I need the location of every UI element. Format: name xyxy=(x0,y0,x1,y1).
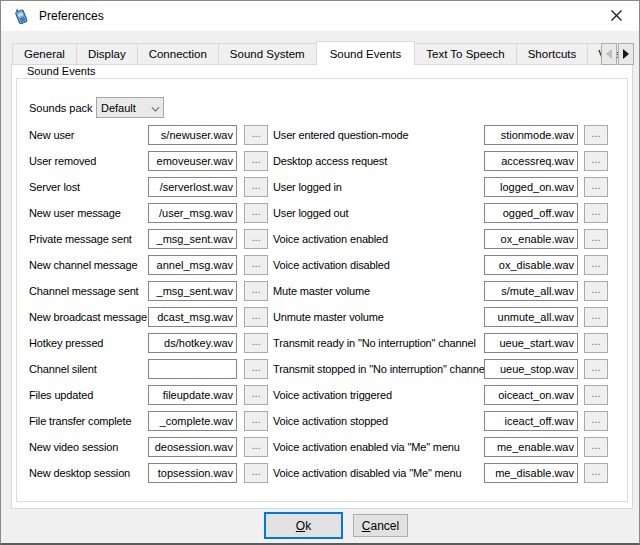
browse-button[interactable]: ... xyxy=(584,229,608,249)
event-label: New user xyxy=(29,125,74,145)
browse-button[interactable]: ... xyxy=(584,281,608,301)
event-label: Mute master volume xyxy=(273,281,370,301)
sound-file-input[interactable] xyxy=(484,359,578,379)
sound-file-input[interactable] xyxy=(148,229,237,249)
sounds-pack-select[interactable]: Default xyxy=(96,97,164,118)
browse-button[interactable]: ... xyxy=(584,333,608,353)
event-label: Voice activation disabled xyxy=(273,255,390,275)
sound-file-input[interactable] xyxy=(484,151,578,171)
sound-file-input[interactable] xyxy=(484,177,578,197)
sound-file-input[interactable] xyxy=(484,411,578,431)
browse-button[interactable]: ... xyxy=(244,203,268,223)
browse-button[interactable]: ... xyxy=(584,203,608,223)
tab-shortcuts[interactable]: Shortcuts xyxy=(516,43,589,65)
event-label: Voice activation enabled xyxy=(273,229,388,249)
sound-file-input[interactable] xyxy=(148,437,237,457)
sound-file-input[interactable] xyxy=(484,463,578,483)
browse-button[interactable]: ... xyxy=(584,151,608,171)
browse-button[interactable]: ... xyxy=(584,177,608,197)
tab-sound-system[interactable]: Sound System xyxy=(218,43,317,65)
browse-button[interactable]: ... xyxy=(584,359,608,379)
tab-display[interactable]: Display xyxy=(76,43,138,65)
browse-button[interactable]: ... xyxy=(584,463,608,483)
sound-file-input[interactable] xyxy=(484,203,578,223)
browse-button[interactable]: ... xyxy=(584,125,608,145)
tab-sound-events[interactable]: Sound Events xyxy=(316,41,416,65)
sound-event-row: File transfer complete...Voice activatio… xyxy=(1,411,640,431)
groupbox-title: Sound Events xyxy=(23,65,100,77)
sound-file-input[interactable] xyxy=(484,437,578,457)
event-label: User logged out xyxy=(273,203,348,223)
sound-file-input[interactable] xyxy=(148,203,237,223)
browse-button[interactable]: ... xyxy=(244,463,268,483)
sound-event-row: Channel message sent...Mute master volum… xyxy=(1,281,640,301)
sound-file-input[interactable] xyxy=(148,411,237,431)
browse-button[interactable]: ... xyxy=(244,437,268,457)
tab-scroll-left-button[interactable] xyxy=(601,43,617,65)
event-label: User logged in xyxy=(273,177,342,197)
sound-file-input[interactable] xyxy=(484,229,578,249)
cancel-button[interactable]: Cancel xyxy=(353,514,408,537)
event-label: Server lost xyxy=(29,177,80,197)
sound-file-input[interactable] xyxy=(484,255,578,275)
browse-button[interactable]: ... xyxy=(584,437,608,457)
sound-event-row: Files updated...Voice activation trigger… xyxy=(1,385,640,405)
sound-event-row: New broadcast message...Unmute master vo… xyxy=(1,307,640,327)
browse-button[interactable]: ... xyxy=(244,177,268,197)
event-label: Files updated xyxy=(29,385,93,405)
sound-file-input[interactable] xyxy=(148,385,237,405)
close-icon xyxy=(610,9,623,22)
sound-file-input[interactable] xyxy=(148,151,237,171)
event-label: Voice activation enabled via "Me" menu xyxy=(273,437,460,457)
browse-button[interactable]: ... xyxy=(244,385,268,405)
tab-bar: GeneralDisplayConnectionSound SystemSoun… xyxy=(12,41,626,65)
window-title: Preferences xyxy=(39,9,104,23)
ok-button[interactable]: Ok xyxy=(264,512,343,539)
sound-file-input[interactable] xyxy=(484,333,578,353)
tab-scroll-right-icon xyxy=(623,49,629,59)
tab-scroll-right-button[interactable] xyxy=(618,43,634,65)
browse-button[interactable]: ... xyxy=(584,255,608,275)
event-label: File transfer complete xyxy=(29,411,131,431)
sound-event-row: Private message sent...Voice activation … xyxy=(1,229,640,249)
browse-button[interactable]: ... xyxy=(244,229,268,249)
tab-general[interactable]: General xyxy=(12,43,77,65)
tab-connection[interactable]: Connection xyxy=(137,43,219,65)
browse-button[interactable]: ... xyxy=(244,333,268,353)
sound-event-row: New user message...User logged out... xyxy=(1,203,640,223)
browse-button[interactable]: ... xyxy=(244,255,268,275)
sound-file-input[interactable] xyxy=(148,281,237,301)
sound-file-input[interactable] xyxy=(484,385,578,405)
sounds-pack-label: Sounds pack xyxy=(29,98,93,118)
browse-button[interactable]: ... xyxy=(244,411,268,431)
event-label: Hotkey pressed xyxy=(29,333,103,353)
sound-file-input[interactable] xyxy=(148,333,237,353)
browse-button[interactable]: ... xyxy=(584,307,608,327)
sound-file-input[interactable] xyxy=(148,359,237,379)
browse-button[interactable]: ... xyxy=(244,281,268,301)
sound-file-input[interactable] xyxy=(148,177,237,197)
browse-button[interactable]: ... xyxy=(244,125,268,145)
sound-file-input[interactable] xyxy=(148,125,237,145)
event-label: Private message sent xyxy=(29,229,132,249)
sound-file-input[interactable] xyxy=(148,307,237,327)
tab-text-to-speech[interactable]: Text To Speech xyxy=(414,43,516,65)
sound-file-input[interactable] xyxy=(148,255,237,275)
event-label: User entered question-mode xyxy=(273,125,409,145)
browse-button[interactable]: ... xyxy=(584,411,608,431)
sound-file-input[interactable] xyxy=(484,307,578,327)
browse-button[interactable]: ... xyxy=(244,151,268,171)
browse-button[interactable]: ... xyxy=(244,307,268,327)
browse-button[interactable]: ... xyxy=(244,359,268,379)
event-label: User removed xyxy=(29,151,96,171)
browse-button[interactable]: ... xyxy=(584,385,608,405)
sound-file-input[interactable] xyxy=(484,281,578,301)
cancel-button-label: Cancel xyxy=(362,519,399,533)
sound-event-row: New desktop session...Voice activation d… xyxy=(1,463,640,483)
close-button[interactable] xyxy=(594,1,639,30)
event-label: Transmit ready in "No interruption" chan… xyxy=(273,333,476,353)
sound-file-input[interactable] xyxy=(484,125,578,145)
event-label: Voice activation disabled via "Me" menu xyxy=(273,463,461,483)
sound-event-row: New video session...Voice activation ena… xyxy=(1,437,640,457)
sound-file-input[interactable] xyxy=(148,463,237,483)
